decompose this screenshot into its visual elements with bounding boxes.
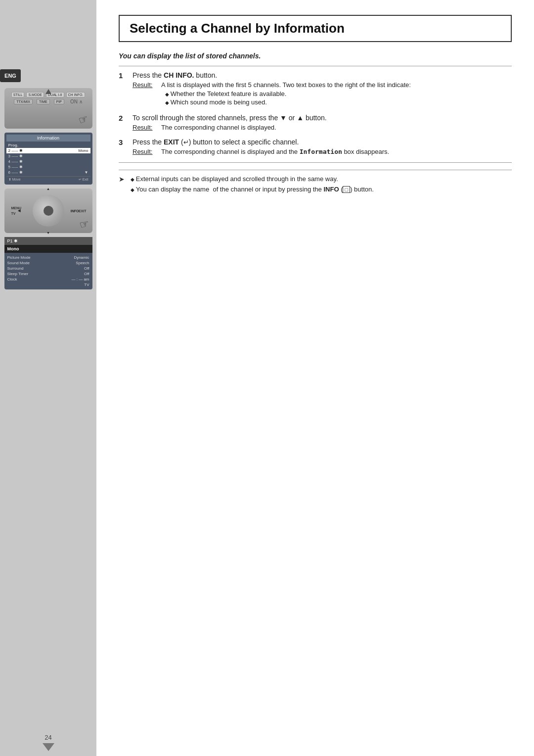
title-box: Selecting a Channel by Information xyxy=(119,15,512,42)
result-1-label: Result: xyxy=(133,81,158,107)
info-footer: ⬆ Move ↵ Exit xyxy=(6,176,90,183)
move-label: ⬆ Move xyxy=(8,178,21,182)
info-screen-illustration: Information Prog. 2 ----- ✱ Mono 3 -----… xyxy=(4,133,92,185)
page-number: 24 xyxy=(44,734,51,741)
bottom-divider xyxy=(119,162,512,163)
result-1-main-text: A list is displayed with the first 5 cha… xyxy=(161,81,411,89)
result-1-bullets: Whether the Teletext feature is availabl… xyxy=(161,90,411,106)
smode-label: S.MODE xyxy=(26,92,44,97)
step-1-content: Press the CH INFO. button. Result: A lis… xyxy=(133,71,512,107)
info-row-5: 5 ----- ✱ xyxy=(6,164,90,170)
nav-up-label: ▲ xyxy=(46,187,50,190)
step-2: 2 To scroll through the stored channels,… xyxy=(119,114,512,131)
arrow-down-indicator xyxy=(45,89,51,94)
exit-label: ↵ Exit xyxy=(79,178,89,182)
result-3-label: Result: xyxy=(133,148,158,155)
pip-btn: PIP xyxy=(54,99,64,104)
nav-center-btn xyxy=(44,206,53,216)
note-2: You can display the name of the channel … xyxy=(131,186,374,193)
result-2-label: Result: xyxy=(133,124,158,131)
step-3-result: Result: The corresponding channel is dis… xyxy=(133,148,512,155)
step-3-instruction: Press the EXIT (↵) button to select a sp… xyxy=(133,138,512,146)
remote-circle-illustration: MENU TV ▲ ▼ ◀ INFO EXIT ☞ xyxy=(4,189,92,233)
notes-row: ➤ External inputs can be displayed and s… xyxy=(119,175,512,196)
step-3: 3 Press the EXIT (↵) button to select a … xyxy=(119,138,512,155)
info-row-4: 4 ----- ✱ xyxy=(6,159,90,164)
step-3-content: Press the EXIT (↵) button to select a sp… xyxy=(133,138,512,155)
p1-picture-mode: Picture ModeDynamic xyxy=(7,255,89,260)
bullet-1-1: Whether the Teletext feature is availabl… xyxy=(165,90,411,97)
step-1-instruction: Press the CH INFO. button. xyxy=(133,71,512,79)
p1-header: P1 ✱ xyxy=(4,237,92,245)
top-divider xyxy=(119,66,512,66)
notes-arrow-icon: ➤ xyxy=(119,175,131,183)
step-1: 1 Press the CH INFO. button. Result: A l… xyxy=(119,71,512,107)
chinfo-label: CH INFO. xyxy=(66,92,86,97)
p1-surround: SurroundOff xyxy=(7,266,89,271)
note-bullets: External inputs can be displayed and scr… xyxy=(131,175,374,196)
info-title-bar: Information xyxy=(6,135,90,142)
steps-container: 1 Press the CH INFO. button. Result: A l… xyxy=(119,71,512,155)
ttxmix-btn: TTX/MIX xyxy=(14,99,33,104)
sidebar: ENG STILL S.MODE DUAL I-II CH INFO. TTX/… xyxy=(0,0,96,756)
p1-sound-mode: Sound ModeSpeech xyxy=(7,260,89,266)
remote-right-area: EXIT xyxy=(79,209,87,213)
eng-badge: ENG xyxy=(0,69,21,82)
main-content: Selecting a Channel by Information You c… xyxy=(96,0,534,756)
remote-bottom-labels-row: TTX/MIX TIME PIP ON ∧ xyxy=(14,99,82,104)
p1-mono: Mono xyxy=(4,245,92,253)
note-1: External inputs can be displayed and scr… xyxy=(131,175,374,183)
nav-right-label: INFO xyxy=(71,209,79,213)
hand-pointer2-icon: ☞ xyxy=(78,217,90,232)
subtitle: You can display the list of stored chann… xyxy=(119,52,512,60)
bullet-1-2: Which sound mode is being used. xyxy=(165,98,411,106)
p1-panel-illustration: P1 ✱ Mono Picture ModeDynamic Sound Mode… xyxy=(4,237,92,289)
triangle-bottom-icon xyxy=(43,743,54,751)
exit-right-label: EXIT xyxy=(79,209,87,213)
info-row-2: 2 ----- ✱ Mono xyxy=(6,148,90,153)
nav-left-label: ◀ xyxy=(18,209,20,213)
time-btn: TIME xyxy=(37,99,50,104)
info-row-6: 6 ----- ✱ ▼ xyxy=(6,170,90,175)
info-row-3: 3 ----- ✱ xyxy=(6,153,90,159)
hand-pointer-icon: ☞ xyxy=(77,112,90,127)
p1-clock: Clock— : — am xyxy=(7,277,89,282)
step-2-number: 2 xyxy=(119,114,133,122)
result-2-text: The corresponding channel is displayed. xyxy=(161,124,512,131)
result-1-text: A list is displayed with the first 5 cha… xyxy=(161,81,411,107)
p1-body: Picture ModeDynamic Sound ModeSpeech Sur… xyxy=(4,253,92,289)
step-2-result: Result: The corresponding channel is dis… xyxy=(133,124,512,131)
p1-sleep-timer: Sleep TimerOff xyxy=(7,271,89,277)
result-3-text: The corresponding channel is displayed a… xyxy=(161,148,512,155)
step-2-instruction: To scroll through the stored channels, p… xyxy=(133,114,512,122)
nav-circle: ▲ ▼ ◀ INFO xyxy=(33,195,64,227)
eng-label: ENG xyxy=(4,73,16,79)
page-title: Selecting a Channel by Information xyxy=(130,21,345,36)
on-btn: ON ∧ xyxy=(70,99,83,104)
step-1-result: Result: A list is displayed with the fir… xyxy=(133,81,512,107)
notes-section: ➤ External inputs can be displayed and s… xyxy=(119,170,512,196)
info-table: Prog. 2 ----- ✱ Mono 3 ----- ✱ 4 ----- ✱… xyxy=(6,142,90,175)
nav-down-label: ▼ xyxy=(46,231,50,235)
step-2-content: To scroll through the stored channels, p… xyxy=(133,114,512,131)
nav-circle-wrapper: ▲ ▼ ◀ INFO xyxy=(33,195,64,227)
prog-header: Prog. xyxy=(6,142,90,148)
step-3-number: 3 xyxy=(119,138,133,146)
step-1-number: 1 xyxy=(119,71,133,80)
still-label: STILL xyxy=(11,92,25,97)
remote-top-illustration: STILL S.MODE DUAL I-II CH INFO. TTX/MIX … xyxy=(4,88,92,129)
p1-tv: TV xyxy=(7,282,89,287)
